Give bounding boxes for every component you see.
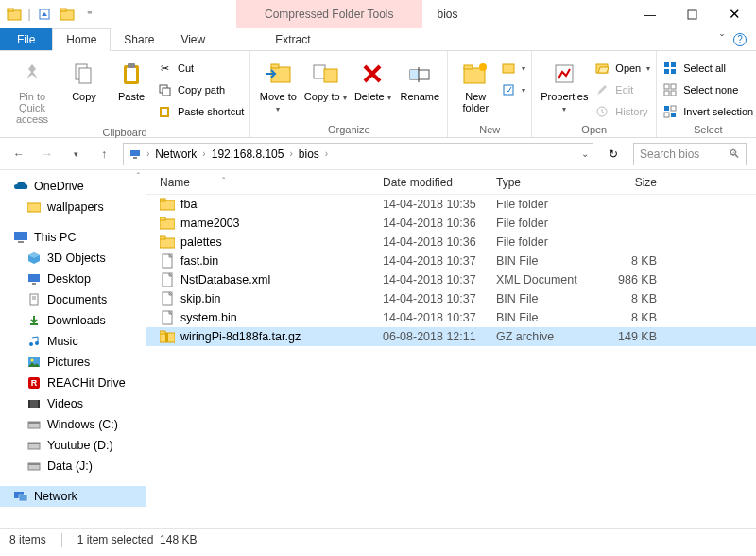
column-size[interactable]: Size [600,176,685,189]
ribbon-collapse-icon[interactable]: ˇ [720,33,724,46]
nav-documents[interactable]: Documents [0,289,146,310]
select-all-button[interactable]: Select all [662,59,753,78]
file-rows[interactable]: fba14-04-2018 10:35File foldermame200314… [146,195,756,528]
file-size: 8 KB [600,292,685,305]
navigation-bar: ← → ▾ ↑ › Network› 192.168.8.105› bios› … [0,138,756,170]
column-type[interactable]: Type [496,176,600,189]
nav-videos[interactable]: Videos [0,393,146,414]
column-name[interactable]: Nameˆ [146,176,383,189]
minimize-button[interactable]: — [628,0,671,28]
tab-home[interactable]: Home [52,28,111,51]
help-icon[interactable]: ? [733,33,747,46]
tab-share[interactable]: Share [111,28,167,50]
qat-newfolder-icon[interactable] [57,4,77,25]
nav-pictures[interactable]: Pictures [0,352,146,373]
svg-rect-39 [671,106,676,111]
file-row[interactable]: palettes14-04-2018 10:36File folder [146,233,756,252]
maximize-button[interactable] [671,0,713,28]
file-row[interactable]: fast.bin14-04-2018 10:37BIN File8 KB [146,252,756,270]
qat-properties-icon[interactable] [34,4,55,25]
recent-locations-button[interactable]: ▾ [66,145,85,164]
back-button[interactable]: ← [9,145,28,164]
nav-desktop[interactable]: Desktop [0,269,146,289]
file-name: palettes [180,235,222,249]
onedrive-icon [13,179,28,194]
tab-view[interactable]: View [167,28,218,50]
properties-button[interactable]: Properties ▾ [538,57,591,113]
file-row[interactable]: skip.bin14-04-2018 10:37BIN File8 KB [146,289,756,308]
column-headers: Nameˆ Date modified Type Size [146,170,756,195]
file-row[interactable]: mame200314-04-2018 10:36File folder [146,214,756,233]
select-none-icon [662,82,678,97]
copy-button[interactable]: Copy [62,57,106,102]
tab-file[interactable]: File [0,28,52,50]
folder-icon[interactable] [4,4,25,25]
svg-text:R: R [31,378,38,388]
nav-youtube-d-[interactable]: Youtube (D:) [0,435,146,456]
svg-rect-10 [128,63,135,68]
address-bar[interactable]: › Network› 192.168.8.105› bios› ⌄ [123,143,593,165]
tab-extract[interactable]: Extract [247,28,338,50]
copy-to-button[interactable]: Copy to ▾ [303,57,347,102]
column-date[interactable]: Date modified [383,176,496,189]
delete-button[interactable]: Delete ▾ [351,57,394,102]
rename-button[interactable]: Rename [398,57,441,102]
breadcrumb-folder[interactable]: bios [297,148,321,161]
file-row[interactable]: fba14-04-2018 10:35File folder [146,195,756,214]
nav-reachit-drive[interactable]: RREACHit Drive [0,373,146,393]
qat-customize-icon[interactable]: ⁼ [79,4,100,25]
nav-windows-c-[interactable]: Windows (C:) [0,414,146,435]
quick-access-toolbar: | ⁼ [0,0,104,28]
paste-shortcut-button[interactable]: Paste shortcut [157,102,244,121]
file-date: 14-04-2018 10:35 [383,198,496,211]
nav-wallpapers[interactable]: wallpapers [0,197,146,217]
invert-selection-button[interactable]: Invert selection [662,102,753,121]
search-box[interactable]: Search bios 🔍︎ [633,143,747,165]
nav-3d-objects[interactable]: 3D Objects [0,248,146,269]
up-button[interactable]: ↑ [94,145,113,164]
svg-rect-31 [671,62,676,67]
search-placeholder: Search bios [640,148,699,161]
edit-button[interactable]: Edit [594,80,650,99]
svg-rect-81 [160,331,165,334]
navigation-pane[interactable]: ˆ OneDrive wallpapers This PC 3D Objects… [0,170,146,528]
svg-rect-23 [464,65,472,69]
file-name: wiringPi-8d188fa.tar.gz [180,330,301,343]
move-to-button[interactable]: Move to ▾ [256,57,300,113]
copy-path-button[interactable]: Copy path [157,80,244,99]
navpane-scroll-up-icon[interactable]: ˆ [137,172,140,182]
nav-data-j-[interactable]: Data (J:) [0,456,146,477]
ribbon-group-organize: Move to ▾ Copy to ▾ Delete ▾ Rename Orga… [250,51,448,137]
open-button[interactable]: Open ▾ [594,59,650,78]
nav-this-pc[interactable]: This PC [0,227,146,248]
easy-access-button[interactable]: ▾ [501,80,525,99]
new-folder-button[interactable]: New folder [454,57,497,113]
close-button[interactable]: ✕ [713,0,756,28]
address-dropdown-icon[interactable]: ⌄ [581,148,589,159]
file-row[interactable]: NstDatabase.xml14-04-2018 10:37XML Docum… [146,270,756,289]
svg-rect-14 [162,109,167,115]
forward-button[interactable]: → [38,145,57,164]
select-none-button[interactable]: Select none [662,80,753,99]
network-icon [128,147,143,162]
nav-item-icon [26,292,42,307]
nav-onedrive[interactable]: OneDrive [0,176,146,197]
svg-rect-73 [160,217,165,220]
cut-button[interactable]: ✂Cut [157,59,244,78]
paste-button[interactable]: Paste [110,57,153,102]
refresh-button[interactable]: ↻ [603,144,624,165]
file-row[interactable]: wiringPi-8d188fa.tar.gz06-08-2018 12:11G… [146,327,756,346]
pin-to-quick-access-button[interactable]: Pin to Quick access [6,57,59,125]
file-type: File folder [496,217,600,230]
ribbon-tabs: File Home Share View Extract ˇ ? [0,28,756,51]
new-item-button[interactable]: ▾ [501,59,525,78]
file-name: system.bin [180,311,237,324]
nav-music[interactable]: Music [0,331,146,352]
breadcrumb-network[interactable]: Network [153,148,198,161]
nav-downloads[interactable]: Downloads [0,310,146,331]
svg-rect-42 [130,150,140,156]
breadcrumb-host[interactable]: 192.168.8.105 [210,148,286,161]
history-button[interactable]: History [594,102,650,121]
file-row[interactable]: system.bin14-04-2018 10:37BIN File8 KB [146,308,756,327]
nav-network[interactable]: Network [0,486,146,507]
